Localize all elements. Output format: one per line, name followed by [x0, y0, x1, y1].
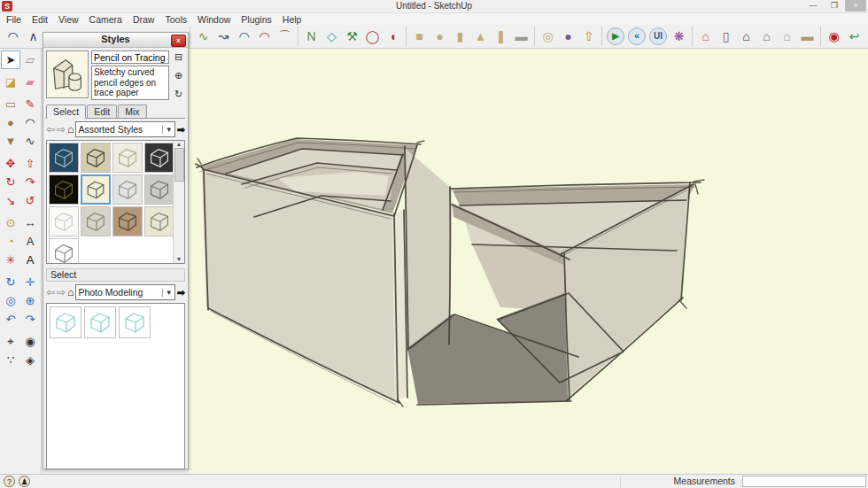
sphere-shape-icon[interactable]: ● [430, 27, 450, 46]
paint-bucket-tool[interactable]: ◪ [1, 73, 20, 91]
menu-file[interactable]: File [4, 14, 29, 25]
style-thumbnail-cream-style[interactable] [144, 206, 174, 236]
style-thumbnail-brown-style[interactable] [112, 206, 143, 236]
walk-tool[interactable]: ∵ [1, 351, 20, 369]
restore-button[interactable]: ❐ [824, 0, 845, 12]
follow-me-tool[interactable]: ↷ [20, 173, 40, 191]
play-button-icon[interactable]: ▶ [607, 27, 624, 45]
circle-tool[interactable]: ● [1, 113, 20, 132]
style-thumbnail-dark-gray-style[interactable] [144, 143, 174, 173]
secondary-collection-dropdown[interactable]: Photo Modeling ▼ [75, 284, 174, 300]
style-thumbnail-photo-model-1[interactable] [50, 306, 81, 338]
orbit-tool[interactable]: ↻ [1, 273, 20, 291]
arc-curve-blue-icon[interactable]: ◠ [234, 27, 254, 46]
dimension-tool[interactable]: ↔ [20, 213, 40, 232]
tab-select[interactable]: Select [46, 105, 86, 119]
urn-extrude-icon[interactable]: ⇧ [578, 27, 599, 46]
bezier-spline-icon[interactable]: ∿ [193, 27, 213, 46]
menu-edit[interactable]: Edit [29, 14, 56, 25]
two-point-arc-icon[interactable]: ◠ [3, 27, 23, 46]
style-thumbnail-gray-style[interactable] [144, 174, 174, 205]
style-thumbnail-sketchy-tan[interactable] [81, 143, 111, 173]
arc-tool[interactable]: ◠ [20, 113, 40, 132]
line-tool[interactable]: ✎ [20, 95, 40, 113]
style-thumbnail-photo-model-2[interactable] [84, 306, 116, 338]
rectangle-tool[interactable]: ▭ [1, 95, 20, 113]
menu-window[interactable]: Window [195, 14, 238, 25]
move-tool[interactable]: ✥ [1, 154, 20, 173]
record-icon[interactable]: ◉ [824, 27, 844, 46]
style-thumbnail-photo-model-3[interactable] [119, 306, 151, 338]
dome-shape-icon[interactable]: ● [558, 27, 578, 46]
axes-tool[interactable]: ✳ [1, 251, 20, 269]
zoom-extents-tool[interactable]: ⊕ [20, 291, 40, 310]
person-circle-icon[interactable]: ♟ [19, 476, 30, 487]
details-arrow-icon[interactable]: ➡ [177, 124, 185, 136]
style-thumbnail-light-gray-style[interactable] [112, 174, 143, 205]
scale-tool[interactable]: ↘ [1, 191, 20, 210]
wall-slab-icon[interactable]: ▬ [797, 27, 818, 46]
scroll-up-icon[interactable]: ▲ [176, 141, 182, 147]
help-circle-icon[interactable]: ? [4, 476, 15, 487]
back-k-icon[interactable]: K [864, 27, 868, 46]
rewind-button-icon[interactable]: « [628, 27, 646, 45]
tape-measure-tool[interactable]: ⊙ [1, 213, 20, 232]
style-thumbnail-blue-edges[interactable] [49, 143, 79, 173]
house-outline-icon[interactable]: ⌂ [777, 27, 797, 46]
freehand-tool[interactable]: ∿ [20, 132, 40, 151]
arc-curve-red-icon[interactable]: ◠ [254, 27, 275, 46]
zoom-next-tool[interactable]: ↷ [20, 310, 40, 329]
style-name-input[interactable] [91, 50, 169, 64]
capsule-shape-icon[interactable]: ❚ [491, 27, 511, 46]
secondary-pane-icon[interactable]: ⊟ [174, 51, 182, 62]
back-arrow-icon[interactable]: ⇦ [46, 122, 55, 136]
look-around-tool[interactable]: ◉ [20, 332, 40, 351]
menu-camera[interactable]: Camera [87, 14, 130, 25]
torus-shape-icon[interactable]: ◎ [538, 27, 558, 46]
details-arrow-icon[interactable]: ➡ [177, 287, 185, 298]
home-icon[interactable]: ⌂ [67, 286, 74, 298]
ellipse-icon[interactable]: ◯ [362, 27, 383, 46]
style-description[interactable]: Sketchy curved pencil edges on trace pap… [91, 66, 169, 100]
slab-shape-icon[interactable]: ▬ [511, 27, 531, 46]
style-thumbnail-white-faint-style[interactable] [49, 206, 79, 236]
back-arrow-icon[interactable]: ⇦ [46, 285, 55, 299]
forward-arrow-icon[interactable]: ⇨ [57, 122, 66, 136]
zoom-tool[interactable]: ◎ [1, 291, 20, 310]
protractor-tool[interactable]: ◔ [1, 232, 20, 251]
model-viewport[interactable] [189, 49, 868, 474]
menu-tools[interactable]: Tools [162, 14, 195, 25]
style-thumbnail-pale-style[interactable] [112, 143, 143, 173]
polyline-n-icon[interactable]: N [301, 27, 322, 46]
section-plane-tool[interactable]: ◈ [20, 351, 40, 369]
polygon-tool[interactable]: ▼ [1, 132, 20, 151]
polygon-cyan-icon[interactable]: ◇ [322, 27, 342, 46]
export-loop-icon[interactable]: ↩ [844, 27, 864, 46]
cylinder-shape-icon[interactable]: ▮ [450, 27, 470, 46]
menu-help[interactable]: Help [280, 14, 310, 25]
scroll-thumb[interactable] [174, 148, 184, 182]
house-roofbox-icon[interactable]: ⌂ [756, 27, 777, 46]
menu-view[interactable]: View [56, 14, 87, 25]
style-thumbnail-black-olive-style[interactable] [49, 174, 79, 205]
position-camera-tool[interactable]: ⌖ [1, 332, 20, 351]
house-door-icon[interactable]: ⌂ [736, 27, 756, 46]
threed-text-tool[interactable]: A [20, 251, 40, 269]
styles-collection-dropdown[interactable]: Assorted Styles ▼ [75, 121, 174, 137]
make-component-tool[interactable]: ▱ [20, 50, 40, 69]
close-button[interactable]: × [845, 0, 866, 12]
house-color-icon[interactable]: ⌂ [695, 27, 716, 46]
home-icon[interactable]: ⌂ [67, 123, 74, 136]
rotate-tool[interactable]: ↻ [1, 173, 20, 191]
menu-draw[interactable]: Draw [130, 14, 163, 25]
style-thumbnail-outline-only-style[interactable] [49, 238, 79, 264]
tab-mix[interactable]: Mix [118, 105, 146, 118]
minimize-button[interactable]: — [802, 0, 824, 12]
door-panel-icon[interactable]: ▯ [716, 27, 736, 46]
create-style-icon[interactable]: ⊕ [174, 70, 182, 81]
ui-button-icon[interactable]: UI [649, 27, 667, 45]
pie-shape-icon[interactable]: ◖ [383, 27, 403, 46]
menu-plugins[interactable]: Plugins [238, 14, 279, 25]
style-list-scrollbar[interactable]: ▲ ▼ [173, 141, 184, 263]
polyline-curve-icon[interactable]: ↝ [213, 27, 234, 46]
